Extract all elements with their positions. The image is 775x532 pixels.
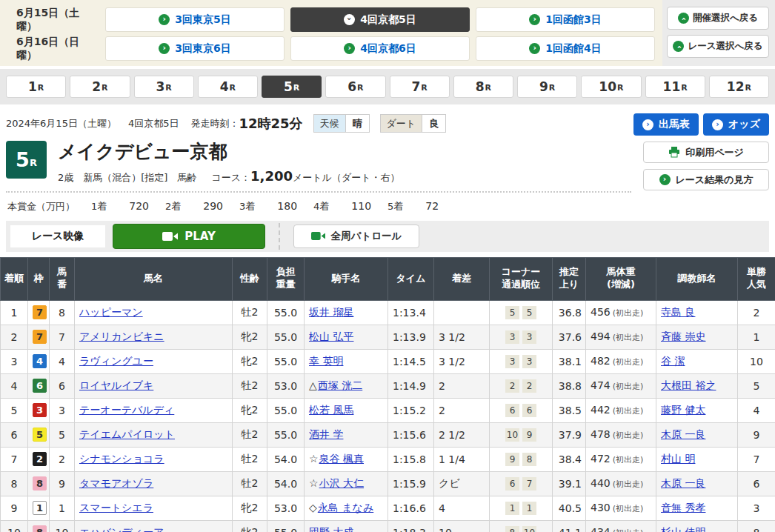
- trainer-name-link[interactable]: 音無 秀孝: [661, 502, 705, 513]
- race-tab-7r[interactable]: 7R: [390, 76, 450, 98]
- race-tab-6r[interactable]: 6R: [325, 76, 385, 98]
- cell-time: 1:13.4: [388, 300, 434, 325]
- jockey-name-link[interactable]: 永島 まなみ: [318, 502, 373, 513]
- print-page-button[interactable]: 印刷用ページ: [643, 142, 769, 163]
- body-weight-value: 482: [591, 355, 611, 367]
- corner-position: 2: [505, 379, 519, 393]
- cell-horse-number: 10: [50, 520, 75, 532]
- patrol-video-button[interactable]: 全周パトロール: [293, 225, 419, 248]
- meeting-button-label: 4回京都6日: [360, 42, 416, 56]
- jockey-name-link[interactable]: 小沢 大仁: [319, 477, 364, 489]
- track-value: 良: [422, 115, 445, 132]
- trainer-name-link[interactable]: 木原 一良: [661, 428, 705, 440]
- cell-bracket: 7: [28, 300, 50, 325]
- back-to-race-select-button[interactable]: レース選択へ戻る: [667, 35, 769, 58]
- trainer-name-link[interactable]: 藤野 健太: [661, 404, 705, 416]
- jockey-name-link[interactable]: 幸 英明: [309, 355, 343, 367]
- horse-name-link[interactable]: シナモンショコラ: [79, 453, 164, 465]
- cell-last-3f: 39.1: [553, 471, 586, 496]
- cell-horse-name: テーオーテバルディ: [75, 398, 233, 422]
- meeting-button-2-1[interactable]: 3回東京6日: [105, 36, 285, 61]
- play-button[interactable]: PLAY: [113, 224, 265, 249]
- cell-carried-weight: 55.0: [267, 349, 305, 373]
- bracket-badge: 1: [33, 501, 47, 515]
- weather-value: 晴: [345, 115, 369, 132]
- horse-name-link[interactable]: ロイヤルイブキ: [79, 379, 153, 391]
- horse-name-link[interactable]: タマモアオゾラ: [79, 477, 153, 489]
- meeting-button-2-2[interactable]: 4回京都6日: [290, 36, 470, 61]
- horse-name-link[interactable]: スマートシエラ: [79, 502, 153, 513]
- cell-finish-position: 9: [1, 496, 28, 520]
- course-label: コース：: [211, 171, 250, 184]
- cell-carried-weight: 55.0: [267, 398, 305, 422]
- jockey-name-link[interactable]: 松若 風馬: [309, 404, 353, 416]
- race-tab-11r[interactable]: 11R: [645, 76, 705, 98]
- race-tab-2r[interactable]: 2R: [70, 76, 130, 98]
- trainer-name-link[interactable]: 斉藤 崇史: [661, 330, 705, 342]
- back-to-meeting-button[interactable]: 開催選択へ戻る: [667, 7, 769, 30]
- jockey-name-link[interactable]: 坂井 瑠星: [309, 306, 353, 318]
- results-guide-button[interactable]: レース結果の見方: [643, 169, 769, 190]
- cell-body-weight: 456(初出走): [586, 300, 656, 325]
- cell-last-3f: 37.6: [553, 325, 586, 349]
- race-tab-9r[interactable]: 9R: [517, 76, 577, 98]
- body-weight-value: 430: [591, 502, 611, 513]
- race-tab-1r[interactable]: 1R: [6, 76, 66, 98]
- odds-button[interactable]: オッズ: [703, 113, 769, 136]
- cell-margin: クビ: [434, 471, 490, 496]
- meeting-button-2-3[interactable]: 1回函館4日: [476, 36, 655, 61]
- trainer-name-link[interactable]: 大根田 裕之: [661, 379, 716, 391]
- trainer-name-link[interactable]: 谷 潔: [661, 355, 685, 367]
- cell-carried-weight: 53.0: [267, 373, 305, 398]
- race-tab-8r[interactable]: 8R: [453, 76, 513, 98]
- horse-name-link[interactable]: テーオーテバルディ: [79, 404, 174, 416]
- trainer-name-link[interactable]: 木原 一良: [661, 477, 705, 489]
- meeting-button-label: 3回東京5日: [175, 13, 230, 27]
- cell-jockey: 松山 弘平: [305, 325, 388, 349]
- meeting-button-1-2[interactable]: 4回京都5日: [290, 7, 470, 32]
- race-tab-10r[interactable]: 10R: [581, 76, 641, 98]
- race-tab-12r[interactable]: 12R: [709, 76, 769, 98]
- corner-position: 7: [522, 477, 536, 491]
- bracket-badge: 3: [33, 403, 47, 417]
- corner-position: 10: [522, 526, 536, 532]
- trainer-name-link[interactable]: 村山 明: [661, 453, 695, 465]
- body-weight-note: (初出走): [613, 308, 644, 318]
- jockey-name-link[interactable]: 泉谷 楓真: [319, 453, 364, 465]
- calendar-date: 6月16日（日曜）: [6, 36, 99, 62]
- race-tab-3r[interactable]: 3R: [134, 76, 194, 98]
- trainer-name-link[interactable]: 寺島 良: [661, 306, 695, 318]
- body-weight-value: 442: [591, 404, 611, 416]
- race-tab-number: 6: [347, 79, 356, 94]
- jockey-name-link[interactable]: 団野 大成: [309, 526, 353, 532]
- cell-trainer: 斉藤 崇史: [656, 325, 738, 349]
- horse-name-link[interactable]: テイエムパイロット: [79, 428, 175, 440]
- play-button-label: PLAY: [184, 230, 216, 243]
- calendar-row: 6月15日（土曜）3回東京5日4回京都5日1回函館3日: [6, 7, 655, 33]
- cell-time: 1:15.9: [388, 471, 434, 496]
- race-video-label: レース映像: [10, 225, 105, 247]
- cell-trainer: 杉山 佳明: [656, 520, 738, 532]
- horse-name-link[interactable]: アメリカンビキニ: [79, 330, 164, 342]
- horse-name-link[interactable]: ラヴィングユー: [79, 355, 153, 367]
- shutsuba-button[interactable]: 出馬表: [633, 113, 699, 136]
- horse-name-link[interactable]: ハッピーマン: [79, 306, 143, 318]
- race-tab-4r[interactable]: 4R: [198, 76, 258, 98]
- cell-body-weight: 494(初出走): [586, 325, 656, 349]
- race-tab-5r[interactable]: 5R: [262, 76, 322, 98]
- cell-jockey: ☆小沢 大仁: [305, 471, 388, 496]
- column-header-2: 枠: [28, 257, 50, 300]
- meeting-button-1-1[interactable]: 3回東京5日: [105, 7, 285, 32]
- cell-finish-position: 3: [1, 349, 28, 373]
- jockey-name-link[interactable]: 松山 弘平: [309, 330, 353, 342]
- horse-name-link[interactable]: エハバンディーア: [79, 526, 164, 532]
- column-header-6: 負担重量: [267, 257, 305, 300]
- cell-sex-age: 牝2: [233, 349, 267, 373]
- cell-trainer: 木原 一良: [656, 471, 738, 496]
- trainer-name-link[interactable]: 杉山 佳明: [661, 526, 705, 532]
- prize-amount: 290: [203, 200, 223, 212]
- jockey-name-link[interactable]: 西塚 洸二: [318, 379, 362, 391]
- meeting-button-1-3[interactable]: 1回函館3日: [476, 7, 655, 32]
- meeting-name: 4回京都5日: [128, 117, 179, 130]
- jockey-name-link[interactable]: 酒井 学: [309, 428, 343, 440]
